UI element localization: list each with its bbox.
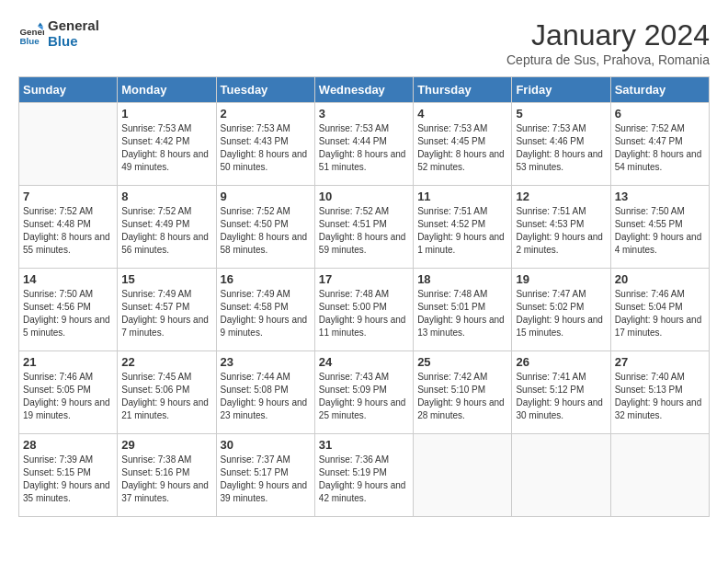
- day-cell: 14 Sunrise: 7:50 AM Sunset: 4:56 PM Dayl…: [19, 269, 118, 351]
- header-row: SundayMondayTuesdayWednesdayThursdayFrid…: [19, 77, 710, 103]
- day-cell: 2 Sunrise: 7:53 AM Sunset: 4:43 PM Dayli…: [216, 103, 314, 186]
- day-info: Sunrise: 7:46 AM Sunset: 5:05 PM Dayligh…: [23, 371, 113, 422]
- day-number: 13: [615, 190, 705, 203]
- day-cell: 5 Sunrise: 7:53 AM Sunset: 4:46 PM Dayli…: [512, 103, 610, 186]
- header-monday: Monday: [118, 77, 216, 103]
- day-cell: 26 Sunrise: 7:41 AM Sunset: 5:12 PM Dayl…: [512, 351, 610, 434]
- day-info: Sunrise: 7:43 AM Sunset: 5:09 PM Dayligh…: [319, 371, 409, 422]
- day-number: 8: [121, 190, 211, 203]
- day-info: Sunrise: 7:48 AM Sunset: 5:01 PM Dayligh…: [417, 288, 507, 339]
- day-info: Sunrise: 7:53 AM Sunset: 4:44 PM Dayligh…: [319, 122, 409, 174]
- day-cell: 15 Sunrise: 7:49 AM Sunset: 4:57 PM Dayl…: [118, 269, 216, 351]
- title-block: January 2024 Ceptura de Sus, Prahova, Ro…: [506, 18, 710, 67]
- header-tuesday: Tuesday: [216, 77, 314, 103]
- day-cell: 11 Sunrise: 7:51 AM Sunset: 4:52 PM Dayl…: [414, 186, 512, 269]
- day-info: Sunrise: 7:41 AM Sunset: 5:12 PM Dayligh…: [516, 371, 606, 422]
- week-row-4: 21 Sunrise: 7:46 AM Sunset: 5:05 PM Dayl…: [19, 351, 710, 434]
- day-number: 29: [121, 438, 211, 452]
- day-number: 30: [221, 438, 311, 452]
- day-cell: 20 Sunrise: 7:46 AM Sunset: 5:04 PM Dayl…: [610, 269, 709, 351]
- day-cell: 16 Sunrise: 7:49 AM Sunset: 4:58 PM Dayl…: [216, 269, 314, 351]
- page-header: General Blue General Blue January 2024 C…: [18, 18, 710, 67]
- day-cell: 3 Sunrise: 7:53 AM Sunset: 4:44 PM Dayli…: [314, 103, 413, 186]
- day-cell: 23 Sunrise: 7:44 AM Sunset: 5:08 PM Dayl…: [216, 351, 314, 434]
- day-cell: 29 Sunrise: 7:38 AM Sunset: 5:16 PM Dayl…: [118, 434, 216, 517]
- location-subtitle: Ceptura de Sus, Prahova, Romania: [506, 52, 710, 67]
- day-info: Sunrise: 7:48 AM Sunset: 5:00 PM Dayligh…: [319, 288, 409, 339]
- day-cell: [19, 103, 118, 186]
- day-cell: 19 Sunrise: 7:47 AM Sunset: 5:02 PM Dayl…: [512, 269, 610, 351]
- day-info: Sunrise: 7:37 AM Sunset: 5:17 PM Dayligh…: [221, 454, 311, 505]
- month-title: January 2024: [506, 18, 710, 52]
- day-number: 10: [319, 190, 409, 203]
- day-number: 27: [615, 355, 705, 369]
- day-info: Sunrise: 7:51 AM Sunset: 4:52 PM Dayligh…: [417, 205, 507, 257]
- day-number: 17: [319, 272, 409, 286]
- day-number: 11: [417, 190, 507, 203]
- day-info: Sunrise: 7:53 AM Sunset: 4:46 PM Dayligh…: [516, 122, 606, 174]
- day-info: Sunrise: 7:50 AM Sunset: 4:56 PM Dayligh…: [23, 288, 113, 339]
- day-number: 28: [23, 438, 113, 452]
- day-info: Sunrise: 7:46 AM Sunset: 5:04 PM Dayligh…: [615, 288, 705, 339]
- day-cell: 18 Sunrise: 7:48 AM Sunset: 5:01 PM Dayl…: [414, 269, 512, 351]
- day-number: 25: [417, 355, 507, 369]
- day-info: Sunrise: 7:52 AM Sunset: 4:51 PM Dayligh…: [319, 205, 409, 257]
- day-info: Sunrise: 7:49 AM Sunset: 4:58 PM Dayligh…: [221, 288, 311, 339]
- day-number: 22: [121, 355, 211, 369]
- week-row-5: 28 Sunrise: 7:39 AM Sunset: 5:15 PM Dayl…: [19, 434, 710, 517]
- day-info: Sunrise: 7:40 AM Sunset: 5:13 PM Dayligh…: [615, 371, 705, 422]
- day-cell: 30 Sunrise: 7:37 AM Sunset: 5:17 PM Dayl…: [216, 434, 314, 517]
- week-row-2: 7 Sunrise: 7:52 AM Sunset: 4:48 PM Dayli…: [19, 186, 710, 269]
- day-number: 3: [319, 107, 409, 121]
- logo: General Blue General Blue: [18, 18, 99, 49]
- day-number: 31: [319, 438, 409, 452]
- day-cell: 21 Sunrise: 7:46 AM Sunset: 5:05 PM Dayl…: [19, 351, 118, 434]
- day-number: 24: [319, 355, 409, 369]
- svg-text:Blue: Blue: [19, 36, 40, 46]
- day-cell: 27 Sunrise: 7:40 AM Sunset: 5:13 PM Dayl…: [610, 351, 709, 434]
- day-info: Sunrise: 7:51 AM Sunset: 4:53 PM Dayligh…: [516, 205, 606, 257]
- day-info: Sunrise: 7:52 AM Sunset: 4:50 PM Dayligh…: [221, 205, 311, 257]
- day-number: 18: [417, 272, 507, 286]
- day-info: Sunrise: 7:45 AM Sunset: 5:06 PM Dayligh…: [121, 371, 211, 422]
- day-info: Sunrise: 7:39 AM Sunset: 5:15 PM Dayligh…: [23, 454, 113, 505]
- day-info: Sunrise: 7:49 AM Sunset: 4:57 PM Dayligh…: [121, 288, 211, 339]
- day-cell: 6 Sunrise: 7:52 AM Sunset: 4:47 PM Dayli…: [610, 103, 709, 186]
- day-info: Sunrise: 7:44 AM Sunset: 5:08 PM Dayligh…: [221, 371, 311, 422]
- day-info: Sunrise: 7:52 AM Sunset: 4:48 PM Dayligh…: [23, 205, 113, 257]
- day-info: Sunrise: 7:38 AM Sunset: 5:16 PM Dayligh…: [121, 454, 211, 505]
- day-number: 26: [516, 355, 606, 369]
- day-cell: [414, 434, 512, 517]
- logo-general: General: [48, 18, 99, 34]
- svg-marker-2: [38, 22, 43, 26]
- week-row-1: 1 Sunrise: 7:53 AM Sunset: 4:42 PM Dayli…: [19, 103, 710, 186]
- day-info: Sunrise: 7:53 AM Sunset: 4:45 PM Dayligh…: [417, 122, 507, 174]
- header-sunday: Sunday: [19, 77, 118, 103]
- header-thursday: Thursday: [414, 77, 512, 103]
- week-row-3: 14 Sunrise: 7:50 AM Sunset: 4:56 PM Dayl…: [19, 269, 710, 351]
- day-number: 14: [23, 272, 113, 286]
- day-number: 9: [221, 190, 311, 203]
- day-number: 4: [417, 107, 507, 121]
- day-number: 20: [615, 272, 705, 286]
- day-cell: [512, 434, 610, 517]
- day-cell: 17 Sunrise: 7:48 AM Sunset: 5:00 PM Dayl…: [314, 269, 413, 351]
- day-cell: 25 Sunrise: 7:42 AM Sunset: 5:10 PM Dayl…: [414, 351, 512, 434]
- day-info: Sunrise: 7:47 AM Sunset: 5:02 PM Dayligh…: [516, 288, 606, 339]
- day-number: 21: [23, 355, 113, 369]
- day-number: 2: [221, 107, 311, 121]
- header-saturday: Saturday: [610, 77, 709, 103]
- day-number: 7: [23, 190, 113, 203]
- day-cell: 31 Sunrise: 7:36 AM Sunset: 5:19 PM Dayl…: [314, 434, 413, 517]
- day-cell: [610, 434, 709, 517]
- day-cell: 7 Sunrise: 7:52 AM Sunset: 4:48 PM Dayli…: [19, 186, 118, 269]
- day-cell: 13 Sunrise: 7:50 AM Sunset: 4:55 PM Dayl…: [610, 186, 709, 269]
- day-cell: 8 Sunrise: 7:52 AM Sunset: 4:49 PM Dayli…: [118, 186, 216, 269]
- header-friday: Friday: [512, 77, 610, 103]
- day-cell: 28 Sunrise: 7:39 AM Sunset: 5:15 PM Dayl…: [19, 434, 118, 517]
- day-info: Sunrise: 7:53 AM Sunset: 4:43 PM Dayligh…: [221, 122, 311, 174]
- day-cell: 10 Sunrise: 7:52 AM Sunset: 4:51 PM Dayl…: [314, 186, 413, 269]
- day-cell: 4 Sunrise: 7:53 AM Sunset: 4:45 PM Dayli…: [414, 103, 512, 186]
- day-number: 23: [221, 355, 311, 369]
- day-number: 16: [221, 272, 311, 286]
